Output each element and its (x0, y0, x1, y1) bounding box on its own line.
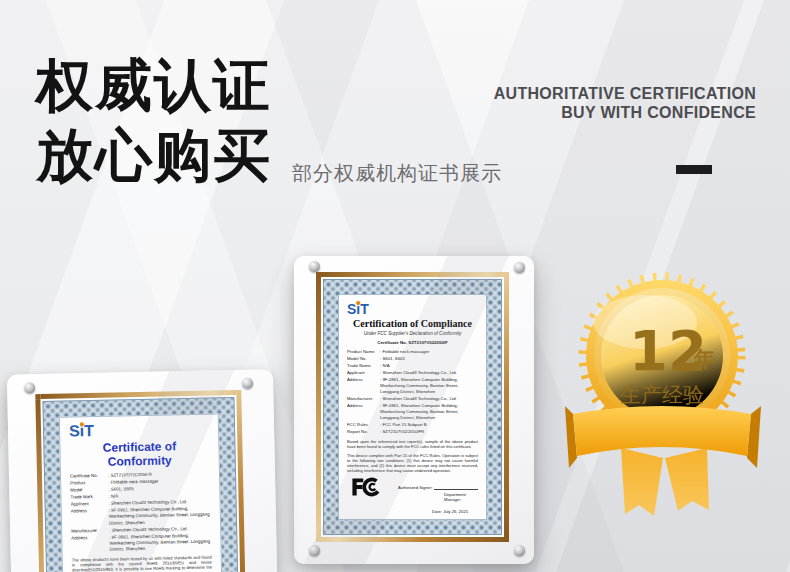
logo-letter: S (347, 301, 356, 317)
ribbon-banner (573, 406, 751, 456)
certificate-paragraph: The above products have been tested by u… (72, 555, 212, 572)
signature-block: Authorized Signer: Department Manager Da… (384, 476, 478, 514)
certificate-paragraph: This device complies with Part 15 of the… (347, 453, 478, 473)
screw-icon (309, 261, 320, 272)
logo-letter: S (69, 422, 80, 439)
guilloche-border: SiT Certificate of Conformity Certificat… (42, 397, 239, 572)
certificate-fields: Product NameFoldable neck massager Model… (347, 349, 478, 436)
gold-frame: SiT Certificate of Conformity Certificat… (35, 390, 246, 572)
logo-letter: T (360, 301, 369, 317)
fcc-logo-icon (351, 476, 384, 498)
field-row: Address9F-0961, Shenzhen Computer Buildi… (71, 532, 211, 553)
certificate-fields: Certificate No.SZT2107(Y)C2050-R Product… (70, 471, 212, 554)
logo-letter-i: i (80, 422, 85, 439)
gold-frame: SiT Certification of Compliance Under FC… (316, 272, 509, 542)
badge-years-unit: 年 (693, 347, 715, 371)
screw-icon (309, 545, 320, 556)
certificate-number: Certificate No. SZT2107V022050/F (347, 340, 478, 345)
signer-title: Department Manager (398, 492, 478, 502)
headline-en-line1: AUTHORITATIVE CERTIFICATION (494, 84, 756, 103)
fcc-signature-row: Authorized Signer: Department Manager Da… (347, 476, 478, 514)
certificate-paragraph: Based upon the referenced test report(s)… (347, 439, 478, 449)
field-row: FCC RulesFCC Part 15 Subpart B (347, 422, 478, 428)
field-row: Report No.SZT2107V022050/FR (347, 429, 478, 435)
promo-banner: 权威认证 放心购买 AUTHORITATIVE CERTIFICATION BU… (0, 0, 790, 572)
field-row: Product NameFoldable neck massager (347, 349, 478, 355)
headline-cn-line2: 放心购买 (36, 120, 272, 190)
field-row: Trade NameN/A (347, 363, 478, 369)
guilloche-border: SiT Certification of Compliance Under FC… (323, 279, 502, 535)
screw-icon (24, 382, 35, 393)
field-row: Address9F-0961, Shenzhen Computer Buildi… (347, 403, 478, 421)
screw-icon (514, 545, 525, 556)
ribbon-tail-left (621, 448, 663, 516)
issue-date: Date: July 26, 2021 (398, 509, 478, 514)
badge-label: 生产经验 (620, 383, 704, 407)
sit-logo: SiT (347, 301, 478, 317)
screw-icon (514, 262, 525, 273)
field-row: ApplicantShenzhen Cloud3 Technology Co.,… (347, 370, 478, 376)
field-row: Address9F-0961, Shenzhen Computer Buildi… (71, 506, 211, 527)
certificate-paper: SiT Certification of Compliance Under FC… (338, 294, 487, 520)
certificate-paper: SiT Certificate of Conformity Certificat… (59, 413, 224, 572)
sit-logo: SiT (69, 420, 209, 441)
certificate-title: Certification of Compliance (347, 318, 478, 329)
field-row: ManufacturerShenzhen Cloud3 Technology C… (347, 396, 478, 402)
headline-en-line2: BUY WITH CONFIDENCE (494, 103, 756, 122)
certificate-fcc-compliance: SiT Certification of Compliance Under FC… (294, 256, 534, 564)
section-caption: 部分权威机构证书展示 (292, 160, 502, 187)
field-row: Model No.S601, S605 (347, 356, 478, 362)
certificate-rohs-conformity: SiT Certificate of Conformity Certificat… (7, 369, 279, 572)
ribbon-tail-right (665, 448, 709, 511)
dash-decoration (676, 165, 712, 174)
certificate-subtitle: Under FCC Supplier's Declaration of Conf… (347, 331, 478, 336)
screw-icon (242, 378, 253, 389)
field-row: Address9F-0961, Shenzhen Computer Buildi… (347, 377, 478, 395)
headline-cn: 权威认证 放心购买 (36, 50, 272, 190)
signer-line: Authorized Signer: (398, 485, 478, 490)
signer-label: Authorized Signer: (398, 485, 432, 490)
signature-underline (434, 485, 478, 490)
logo-letter-i: i (356, 301, 360, 317)
logo-letter: T (84, 422, 94, 439)
headline-cn-line1: 权威认证 (36, 50, 272, 120)
certificate-title: Certificate of Conformity (69, 439, 210, 470)
gold-badge: 12 年 生产经验 (565, 268, 765, 528)
headline-en: AUTHORITATIVE CERTIFICATION BUY WITH CON… (494, 84, 756, 122)
